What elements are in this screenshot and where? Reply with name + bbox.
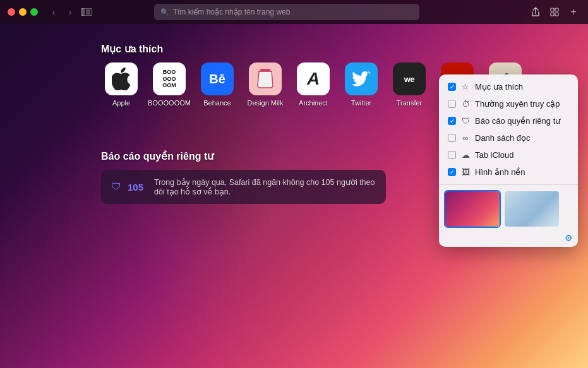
- archinect-label: Archinect: [299, 99, 328, 107]
- portrait-thumbnail-image: [445, 191, 500, 227]
- favorite-item-boooooom[interactable]: BOOOOOOOM BOOOOOOM: [149, 62, 189, 107]
- favorites-checkbox[interactable]: ✓: [448, 83, 456, 91]
- toolbar-right: +: [527, 6, 588, 18]
- twitter-icon: [345, 62, 378, 95]
- reading-checkbox[interactable]: [448, 134, 456, 142]
- dropdown-bottom: ⚙: [439, 232, 578, 247]
- privacy-section: Báo cáo quyền riêng tư 🛡 105 Trong bảy n…: [101, 150, 386, 204]
- transfer-icon: we: [393, 62, 426, 95]
- favorite-item-twitter[interactable]: Twitter: [341, 62, 381, 107]
- boooooom-label: BOOOOOOM: [148, 99, 191, 107]
- shield-icon: 🛡: [111, 181, 121, 193]
- thumbnail-row: [439, 184, 578, 232]
- favorite-item-apple[interactable]: Apple: [101, 62, 141, 107]
- new-tab-button[interactable]: +: [565, 6, 582, 18]
- boooooom-icon: BOOOOOOOM: [153, 62, 186, 95]
- favorites-menu-label: Mục ưa thích: [475, 82, 523, 92]
- menu-item-favorites[interactable]: ✓ ☆ Mục ưa thích: [439, 78, 578, 95]
- privacy-section-title: Báo cáo quyền riêng tư: [101, 150, 386, 162]
- menu-item-privacy[interactable]: ✓ 🛡 Báo cáo quyền riêng tư: [439, 112, 578, 129]
- dropdown-menu: ✓ ☆ Mục ưa thích ⏱ Thường xuyên truy cập…: [439, 74, 578, 247]
- frequent-menu-icon: ⏱: [461, 99, 470, 109]
- back-button[interactable]: ‹: [45, 6, 62, 18]
- minimize-button[interactable]: [19, 8, 27, 16]
- design-milk-icon: [249, 62, 282, 95]
- address-bar[interactable]: 🔍 Tìm kiếm hoặc nhập tên trang web: [154, 4, 419, 20]
- svg-rect-8: [555, 13, 558, 16]
- maximize-button[interactable]: [30, 8, 38, 16]
- search-icon: 🔍: [160, 8, 169, 16]
- favorite-item-archinect[interactable]: A Archinect: [293, 62, 333, 107]
- background-menu-icon: 🖼: [461, 167, 470, 177]
- privacy-count: 105: [128, 182, 148, 193]
- privacy-checkbox[interactable]: ✓: [448, 117, 456, 125]
- svg-rect-5: [551, 8, 554, 11]
- favorites-menu-icon: ☆: [461, 82, 470, 92]
- favorite-item-design-milk[interactable]: Design Milk: [245, 62, 285, 107]
- favorites-title: Mục ưa thích: [101, 43, 525, 55]
- svg-rect-6: [555, 8, 558, 11]
- icloud-tabs-checkbox[interactable]: [448, 151, 456, 159]
- thumbnail-portrait[interactable]: [444, 190, 501, 228]
- customize-button[interactable]: ⚙: [565, 233, 573, 243]
- reading-menu-icon: ∞: [461, 133, 470, 143]
- main-content: Mục ưa thích Apple BOOOOOOOM BOOOOOOM: [0, 24, 588, 368]
- frequent-checkbox[interactable]: [448, 100, 456, 108]
- frequent-menu-label: Thường xuyên truy cập: [475, 99, 560, 109]
- twitter-label: Twitter: [351, 99, 371, 107]
- close-button[interactable]: [8, 8, 15, 16]
- address-placeholder: Tìm kiếm hoặc nhập tên trang web: [173, 8, 291, 16]
- menu-items-container: ✓ ☆ Mục ưa thích ⏱ Thường xuyên truy cập…: [439, 74, 578, 184]
- sidebar-button[interactable]: [78, 6, 95, 18]
- behance-label: Behance: [203, 99, 231, 107]
- apple-label: Apple: [112, 99, 130, 107]
- svg-rect-1: [81, 8, 85, 16]
- menu-item-icloud-tabs[interactable]: ☁ Tab iCloud: [439, 146, 578, 163]
- menu-item-background[interactable]: ✓ 🖼 Hình ảnh nền: [439, 163, 578, 181]
- icloud-tabs-menu-label: Tab iCloud: [475, 150, 513, 160]
- design-milk-label: Design Milk: [248, 99, 284, 107]
- forward-button[interactable]: ›: [62, 6, 78, 18]
- transfer-label: Transfer: [397, 99, 423, 107]
- privacy-bar[interactable]: 🛡 105 Trong bảy ngày qua, Safari đã ngăn…: [101, 170, 386, 204]
- behance-icon: Bē: [201, 62, 234, 95]
- favorite-item-transfer[interactable]: we Transfer: [389, 62, 429, 107]
- reading-menu-label: Danh sách đọc: [475, 133, 531, 143]
- traffic-lights: [0, 8, 45, 16]
- titlebar: ‹ › 🔍 Tìm kiếm hoặc nhập tên trang web: [0, 0, 588, 24]
- abstract-thumbnail-image: [505, 191, 559, 227]
- tab-overview-button[interactable]: [546, 6, 563, 18]
- favorite-item-behance[interactable]: Bē Behance: [197, 62, 237, 107]
- icloud-tabs-menu-icon: ☁: [461, 150, 470, 160]
- privacy-text: Trong bảy ngày qua, Safari đã ngăn không…: [154, 177, 376, 196]
- background-checkbox[interactable]: ✓: [448, 168, 456, 176]
- menu-item-frequent[interactable]: ⏱ Thường xuyên truy cập: [439, 95, 578, 112]
- privacy-menu-icon: 🛡: [461, 116, 470, 126]
- share-button[interactable]: [527, 6, 544, 18]
- menu-item-reading[interactable]: ∞ Danh sách đọc: [439, 129, 578, 146]
- background-menu-label: Hình ảnh nền: [475, 167, 525, 177]
- privacy-menu-label: Báo cáo quyền riêng tư: [475, 116, 560, 126]
- svg-rect-7: [551, 13, 554, 16]
- thumbnail-abstract[interactable]: [503, 190, 560, 228]
- archinect-icon: A: [297, 62, 330, 95]
- apple-icon: [105, 62, 138, 95]
